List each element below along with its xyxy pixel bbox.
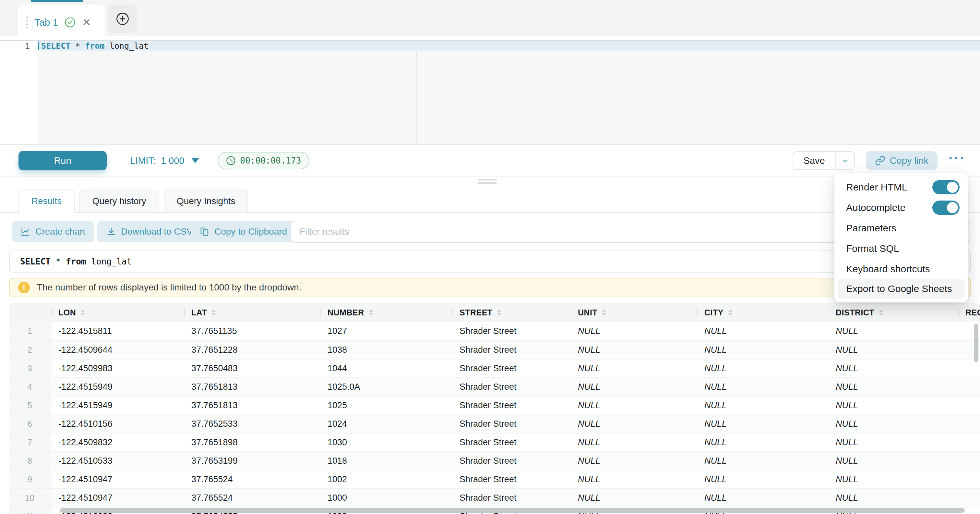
toggle-on[interactable]	[932, 201, 959, 215]
table-cell: -122.4510533	[51, 452, 184, 470]
editor-pane-divider[interactable]	[416, 51, 417, 144]
create-chart-button[interactable]: Create chart	[12, 221, 94, 242]
table-cell: 37.765524	[184, 489, 320, 507]
sql-editor[interactable]: 1 SELECT * from long_lat	[0, 41, 980, 144]
table-row[interactable]: 5-122.451594937.76518131025Shrader Stree…	[9, 396, 980, 414]
save-button[interactable]: Save	[793, 152, 835, 169]
sort-icon[interactable]	[212, 309, 216, 316]
row-number: 9	[9, 471, 51, 488]
table-cell: -122.4510947	[51, 471, 184, 488]
pane-resize-handle[interactable]	[478, 179, 497, 184]
sort-icon[interactable]	[369, 309, 373, 316]
line-number: 1	[25, 41, 30, 51]
save-options-button[interactable]	[835, 152, 854, 169]
column-header-city[interactable]: CITY	[697, 303, 829, 322]
table-cell: 37.7651228	[184, 341, 320, 359]
table-row[interactable]: 9-122.451094737.7655241002Shrader Street…	[9, 470, 980, 488]
table-cell: NULL	[571, 415, 697, 433]
table-cell: NULL	[829, 471, 958, 488]
tab-1[interactable]: Tab 1 ✕	[18, 5, 105, 40]
vertical-scrollbar[interactable]	[974, 324, 978, 362]
results-tab-bar: Results Query history Query Insights	[0, 188, 980, 213]
table-row[interactable]: 10-122.451094737.7655241000Shrader Stree…	[9, 488, 980, 507]
table-cell: -122.4509983	[51, 359, 184, 377]
table-cell: -122.4515949	[51, 378, 184, 396]
tab-close-icon[interactable]: ✕	[82, 17, 91, 27]
tab-drag-handle-icon[interactable]	[26, 16, 28, 29]
column-header-lon[interactable]: LON	[51, 303, 184, 322]
table-cell	[958, 359, 980, 377]
table-cell: NULL	[571, 359, 697, 377]
table-cell: 37.7651813	[184, 396, 320, 414]
menu-item-export-to-google-sheets[interactable]: Export to Google Sheets	[838, 279, 965, 299]
column-label: STREET	[460, 308, 493, 318]
download-csv-button[interactable]: Download to CSV	[97, 221, 202, 242]
column-header-region[interactable]: REGION	[958, 303, 980, 322]
chart-icon	[21, 227, 30, 236]
table-cell: NULL	[829, 415, 958, 433]
download-csv-label: Download to CSV	[121, 227, 192, 237]
copy-to-clipboard-button[interactable]: Copy to Clipboard	[191, 221, 296, 242]
menu-item-label: Format SQL	[846, 243, 959, 254]
table-cell: 37.7650483	[184, 359, 320, 377]
copy-link-button[interactable]: Copy link	[866, 151, 937, 170]
menu-item-format-sql[interactable]: Format SQL	[834, 238, 968, 259]
column-header-street[interactable]: STREET	[452, 303, 571, 322]
row-number: 7	[9, 434, 51, 452]
sort-icon[interactable]	[879, 309, 883, 316]
add-tab-button[interactable]	[108, 5, 137, 33]
editor-active-line[interactable]: SELECT * from long_lat	[38, 41, 980, 51]
table-row[interactable]: 8-122.451053337.76531991018Shrader Stree…	[9, 452, 980, 470]
table-row[interactable]: 4-122.451594937.76518131025.0AShrader St…	[9, 377, 980, 396]
table-header-row: LONLATNUMBERSTREETUNITCITYDISTRICTREGION	[9, 303, 980, 322]
sort-icon[interactable]	[497, 309, 502, 316]
link-icon	[875, 155, 885, 166]
sql-code-line: SELECT * from long_lat	[41, 41, 148, 51]
copy-to-clipboard-label: Copy to Clipboard	[214, 227, 287, 237]
menu-item-parameters[interactable]: Parameters	[834, 218, 968, 238]
menu-item-keyboard-shortcuts[interactable]: Keyboard shortcuts	[834, 259, 968, 279]
table-cell: -122.4509832	[51, 434, 184, 452]
column-header-number[interactable]: NUMBER	[320, 303, 452, 322]
table-cell: NULL	[697, 489, 829, 507]
column-header-district[interactable]: DISTRICT	[829, 303, 958, 322]
plus-circle-icon	[116, 12, 129, 26]
menu-item-label: Export to Google Sheets	[846, 283, 956, 294]
table-cell: 1000	[320, 489, 452, 507]
sort-icon[interactable]	[80, 309, 85, 316]
column-header-lat[interactable]: LAT	[184, 303, 320, 322]
table-row[interactable]: 2-122.450964437.76512281038Shrader Stree…	[9, 340, 980, 359]
table-cell	[958, 415, 980, 433]
menu-item-autocomplete[interactable]: Autocomplete	[834, 197, 968, 218]
create-chart-label: Create chart	[35, 227, 85, 237]
row-number: 5	[9, 396, 51, 414]
table-cell: Shrader Street	[452, 322, 571, 340]
toggle-on[interactable]	[932, 180, 959, 195]
tab-query-history[interactable]: Query history	[79, 190, 159, 212]
table-row[interactable]: 7-122.450983237.76518981030Shrader Stree…	[9, 433, 980, 452]
horizontal-scrollbar[interactable]	[60, 508, 965, 513]
more-options-button[interactable]: ···	[948, 158, 966, 163]
limit-dropdown[interactable]: LIMIT: 1 000	[130, 155, 199, 166]
tab-results[interactable]: Results	[19, 189, 75, 213]
results-actions-row: Create chart Download to CSV Copy to Cli…	[0, 221, 980, 244]
table-row[interactable]: 1-122.451581137.76511351027Shrader Stree…	[9, 322, 980, 340]
query-toolbar: Run LIMIT: 1 000 00:00:00.173 Save	[0, 144, 980, 177]
sort-icon[interactable]	[728, 309, 733, 316]
table-cell	[958, 489, 980, 507]
clipboard-icon	[200, 227, 210, 236]
tab-label[interactable]: Tab 1	[34, 17, 58, 28]
table-cell: NULL	[697, 434, 829, 452]
row-number-header	[9, 303, 51, 322]
table-row[interactable]: 6-122.451015637.76525331024Shrader Stree…	[9, 414, 980, 433]
run-button[interactable]: Run	[19, 151, 107, 170]
sort-icon[interactable]	[602, 309, 606, 316]
copy-link-label: Copy link	[890, 155, 928, 166]
table-cell: NULL	[697, 452, 829, 470]
row-number: 1	[9, 322, 51, 340]
table-row[interactable]: 3-122.450998337.76504831044Shrader Stree…	[9, 359, 980, 377]
tab-query-insights[interactable]: Query Insights	[164, 190, 248, 212]
column-header-unit[interactable]: UNIT	[571, 303, 697, 322]
table-cell: Shrader Street	[452, 341, 571, 359]
menu-item-render-html[interactable]: Render HTML	[834, 177, 968, 197]
